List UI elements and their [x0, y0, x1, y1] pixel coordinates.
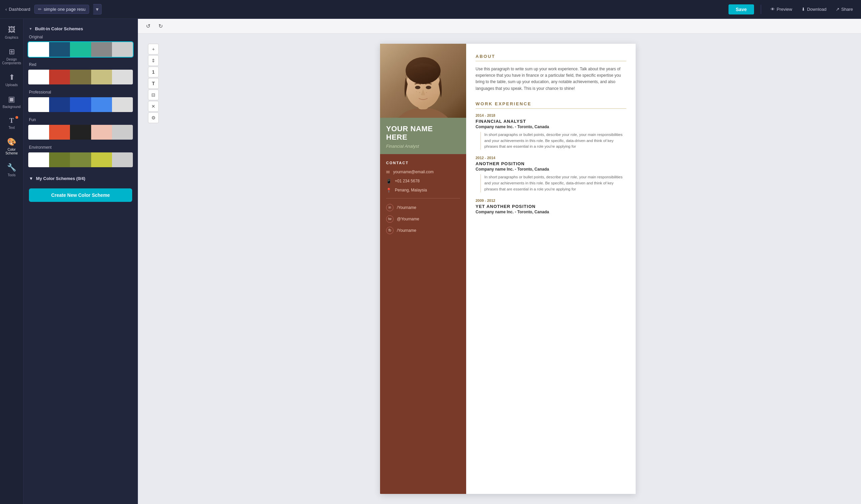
- color-strip-f3: [70, 125, 91, 140]
- color-scheme-panel: ▼ Built-in Color Schemes Original Red: [24, 19, 138, 504]
- resize-button[interactable]: ⇕: [148, 55, 159, 66]
- work-date-2: 2012 - 2014: [476, 156, 626, 160]
- scheme-fun-label: Fun: [28, 118, 134, 122]
- resume-left-column: YOUR NAME HERE Financial Analyst CONTACT…: [380, 44, 466, 494]
- pencil-icon: ✏: [38, 7, 42, 12]
- duplicate-button[interactable]: ⊟: [148, 90, 159, 100]
- work-company-1: Company name Inc. - Toronto, Canada: [476, 124, 626, 129]
- svg-point-8: [426, 92, 427, 93]
- work-title-2: ANOTHER POSITION: [476, 161, 626, 166]
- scheme-original-label: Original: [28, 35, 134, 39]
- scheme-environment-strip[interactable]: [28, 152, 134, 168]
- about-heading: ABOUT: [476, 54, 626, 61]
- color-scheme-red[interactable]: Red: [28, 62, 134, 85]
- color-strip-r3: [70, 70, 91, 84]
- builtin-schemes-header[interactable]: ▼ Built-in Color Schemes: [24, 24, 138, 35]
- filename-dropdown[interactable]: ▾: [93, 4, 101, 14]
- color-scheme-original[interactable]: Original: [28, 35, 134, 57]
- text-icon: T: [10, 117, 14, 124]
- canvas-scroll: + ⇕ 1 T ⊟ ✕ ⚙: [138, 33, 861, 504]
- download-button[interactable]: ⬇ Download: [799, 5, 829, 13]
- undo-button[interactable]: ↺: [143, 22, 153, 31]
- svg-point-7: [420, 92, 420, 93]
- color-strip-f4: [91, 125, 112, 140]
- scheme-red-label: Red: [28, 62, 134, 67]
- settings-button[interactable]: ⚙: [148, 112, 159, 123]
- nav-divider: [761, 5, 761, 14]
- my-schemes-header[interactable]: ▼ My Color Schemes (0/4): [24, 173, 138, 185]
- text-tool-button[interactable]: T: [148, 78, 159, 89]
- sidebar-item-uploads[interactable]: ⬆ Uploads: [1, 70, 22, 90]
- color-strip-e1: [28, 152, 49, 167]
- share-button[interactable]: ↗ Share: [833, 5, 856, 13]
- work-title-1: FINANCIAL ANALYST: [476, 119, 626, 124]
- sidebar-item-color-scheme[interactable]: 🎨 Color Scheme: [1, 134, 22, 159]
- main-layout: 🖼 Graphics ⊞ Design Components ⬆ Uploads…: [0, 19, 861, 504]
- resume-right-column: ABOUT Use this paragraph to write sum up…: [466, 44, 636, 494]
- sidebar-item-text[interactable]: T Text: [1, 113, 22, 133]
- resume-name-block[interactable]: YOUR NAME HERE Financial Analyst: [380, 118, 466, 154]
- contact-location: 📍 Penang, Malaysia: [386, 188, 460, 193]
- download-label: Download: [807, 7, 826, 12]
- color-strip-r4: [91, 70, 112, 84]
- design-components-icon: ⊞: [9, 47, 15, 56]
- resume-photo[interactable]: [380, 44, 466, 118]
- redo-button[interactable]: ↻: [156, 22, 165, 31]
- preview-button[interactable]: 👁 Preview: [768, 5, 795, 13]
- sidebar-item-background[interactable]: ▣ Background: [1, 92, 22, 112]
- download-icon: ⬇: [802, 7, 805, 12]
- file-name-bar[interactable]: ✏ simple one page resu: [34, 5, 89, 14]
- dashboard-link[interactable]: Dashboard: [9, 7, 30, 12]
- scheme-professional-strip[interactable]: [28, 97, 134, 113]
- social-twitter: tw @Yourname: [386, 215, 460, 223]
- linkedin-icon: in: [386, 204, 394, 211]
- create-scheme-button[interactable]: Create New Color Scheme: [29, 188, 132, 202]
- sidebar-item-tools[interactable]: 🔧 Tools: [1, 160, 22, 180]
- icon-sidebar: 🖼 Graphics ⊞ Design Components ⬆ Uploads…: [0, 19, 24, 504]
- canvas-area: ↺ ↻ + ⇕ 1 T ⊟ ✕ ⚙: [138, 19, 861, 504]
- location-icon: 📍: [386, 188, 392, 193]
- share-icon: ↗: [836, 7, 839, 12]
- design-components-label: Design Components: [2, 57, 21, 65]
- add-element-button[interactable]: +: [148, 44, 159, 55]
- text-label: Text: [9, 126, 14, 130]
- uploads-icon: ⬆: [9, 73, 15, 82]
- color-strip-p4: [91, 97, 112, 112]
- back-button[interactable]: ‹ Dashboard: [5, 7, 30, 12]
- resume-job-title: Financial Analyst: [386, 144, 460, 149]
- profile-photo-svg: [380, 44, 466, 118]
- work-date-3: 2009 - 2012: [476, 199, 626, 203]
- color-strip-e3: [70, 152, 91, 167]
- save-button[interactable]: Save: [728, 4, 754, 14]
- color-scheme-fun[interactable]: Fun: [28, 118, 134, 140]
- color-strip-f1: [28, 125, 49, 140]
- color-strip-2: [49, 42, 70, 57]
- work-title-3: YET ANOTHER POSITION: [476, 204, 626, 209]
- color-scheme-environment[interactable]: Environment: [28, 145, 134, 168]
- graphics-icon: 🖼: [8, 26, 15, 34]
- color-strip-r2: [49, 70, 70, 84]
- linkedin-handle: /Yourname: [397, 205, 416, 210]
- color-strip-3: [70, 42, 91, 57]
- scheme-professional-label: Professional: [28, 90, 134, 95]
- tools-label: Tools: [8, 173, 15, 177]
- social-linkedin: in /Yourname: [386, 204, 460, 211]
- contact-heading: CONTACT: [386, 161, 460, 165]
- color-scheme-professional[interactable]: Professional: [28, 90, 134, 113]
- background-icon: ▣: [8, 95, 15, 104]
- scheme-red-strip[interactable]: [28, 69, 134, 85]
- svg-point-5: [415, 86, 420, 89]
- scheme-original-strip[interactable]: [28, 41, 134, 57]
- float-tools: + ⇕ 1 T ⊟ ✕ ⚙: [148, 44, 159, 123]
- sidebar-item-design-components[interactable]: ⊞ Design Components: [1, 44, 22, 68]
- sidebar-item-graphics[interactable]: 🖼 Graphics: [1, 22, 22, 43]
- color-strip-1: [28, 42, 49, 57]
- scheme-environment-label: Environment: [28, 145, 134, 150]
- work-experience-heading: WORK EXPERIENCE: [476, 101, 626, 109]
- color-strip-4: [91, 42, 112, 57]
- delete-button[interactable]: ✕: [148, 101, 159, 112]
- background-label: Background: [3, 105, 20, 109]
- scheme-fun-strip[interactable]: [28, 124, 134, 140]
- page-number-button[interactable]: 1: [148, 67, 159, 77]
- my-schemes-chevron: ▼: [29, 176, 33, 181]
